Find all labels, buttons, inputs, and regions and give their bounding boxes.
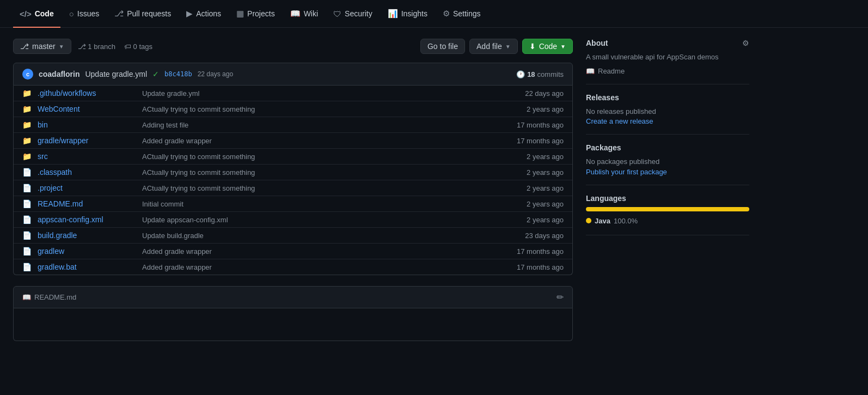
file-time: 2 years ago [527,184,564,192]
table-row: 📄appscan-config.xmlUpdate appscan-config… [14,212,572,228]
add-file-chevron-icon: ▼ [505,44,511,50]
releases-empty-text: No releases published [586,106,749,117]
action-buttons: Go to file Add file ▼ ⬇ Code ▼ [420,39,573,54]
branch-meta: ⎇ 1 branch 🏷 0 tags [78,42,152,51]
branch-count-link[interactable]: ⎇ 1 branch [78,42,115,51]
code-chevron-icon: ▼ [560,44,566,50]
file-name-link[interactable]: appscan-config.xml [38,215,136,224]
file-commit-message: ACtually trying to commit something [142,105,520,113]
nav-item-pull-requests[interactable]: ⎇ Pull requests [108,4,178,23]
add-file-button[interactable]: Add file ▼ [469,39,518,54]
nav-label-issues: Issues [77,9,99,18]
file-time: 2 years ago [527,153,564,161]
commit-hash-text: b8c418b [164,70,192,78]
main-layout: ⎇ master ▼ ⎇ 1 branch 🏷 0 tags Go [0,28,762,352]
table-row: 📁.github/workflowsUpdate gradle.yml22 da… [14,86,572,101]
nav-item-code[interactable]: </> Code [13,5,60,23]
file-time: 17 months ago [517,247,564,256]
file-commit-message: Update build.gradle [142,232,518,240]
file-icon: 📄 [22,247,31,256]
tags-count-link[interactable]: 🏷 0 tags [124,42,152,51]
commit-author-name: coadaflorin [39,70,80,78]
commit-check-icon: ✓ [152,70,159,78]
nav-item-actions[interactable]: ▶ Actions [180,4,228,23]
file-name-link[interactable]: .project [38,184,136,192]
file-commit-message: Added gradle wrapper [142,247,510,256]
file-commit-message: Adding test file [142,121,510,129]
packages-header: Packages [586,143,749,152]
publish-package-link[interactable]: Publish your first package [586,168,667,176]
file-name-link[interactable]: src [38,152,136,161]
file-name-link[interactable]: .classpath [38,168,136,177]
file-commit-message: Update gradle.yml [142,89,518,98]
go-to-file-button[interactable]: Go to file [420,39,465,54]
commit-author-link[interactable]: coadaflorin [39,70,80,78]
file-time: 2 years ago [527,168,564,177]
file-icon: 📄 [22,184,31,192]
languages-title: Languages [586,194,626,203]
tags-label: tags [139,42,152,51]
file-commit-message: ACtually trying to commit something [142,153,520,161]
packages-section: Packages No packages published Publish y… [586,135,749,185]
edit-readme-button[interactable]: ✏ [557,292,564,302]
about-description: A small vulnerable api for AppScan demos [586,52,749,63]
nav-item-security[interactable]: 🛡 Security [327,5,379,23]
nav-label-wiki: Wiki [304,9,318,18]
avatar-text: c [26,71,29,77]
nav-item-insights[interactable]: 📊 Insights [381,4,434,23]
readme-link-label: Readme [598,67,625,75]
settings-icon: ⚙ [443,9,450,19]
file-name-link[interactable]: bin [38,120,136,129]
file-name-link[interactable]: README.md [38,199,136,208]
file-commit-message: Added gradle wrapper [142,137,510,145]
nav-item-issues[interactable]: ○ Issues [63,5,106,23]
file-time: 2 years ago [527,105,564,113]
nav-item-wiki[interactable]: 📖 Wiki [284,4,325,23]
projects-icon: ▦ [236,9,244,19]
download-icon: ⬇ [529,42,536,51]
language-list: Java 100.0% [586,216,749,227]
file-name-link[interactable]: build.gradle [38,231,136,240]
commit-message-link[interactable]: Update gradle.yml [85,70,147,78]
file-time: 22 days ago [525,89,564,98]
folder-icon: 📁 [22,152,31,161]
history-label: commits [537,70,564,78]
table-row: 📁binAdding test file17 months ago [14,117,572,133]
java-color-dot [586,218,591,223]
about-settings-button[interactable]: ⚙ [742,39,749,47]
file-name-link[interactable]: gradlew [38,247,136,256]
commit-hash-link[interactable]: b8c418b [164,70,192,78]
file-commit-message: ACtually trying to commit something [142,168,520,177]
file-name-link[interactable]: .github/workflows [38,89,136,98]
file-icon: 📄 [22,168,31,177]
branch-selector[interactable]: ⎇ master ▼ [13,39,71,54]
commit-history: 🕐 18 commits [516,70,564,78]
packages-title: Packages [586,143,621,152]
table-row: 📄README.mdInitial commit2 years ago [14,196,572,212]
file-time: 23 days ago [525,232,564,240]
create-release-link[interactable]: Create a new release [586,117,653,125]
nav-item-projects[interactable]: ▦ Projects [230,4,282,23]
top-navigation: </> Code ○ Issues ⎇ Pull requests ▶ Acti… [0,0,868,28]
file-name-link[interactable]: WebContent [38,105,136,113]
nav-label-security: Security [345,9,372,18]
file-name-link[interactable]: gradlew.bat [38,263,136,271]
readme-link[interactable]: 📖 Readme [586,67,749,75]
code-button[interactable]: ⬇ Code ▼ [522,39,573,54]
file-commit-message: Added gradle wrapper [142,263,510,271]
table-row: 📄.projectACtually trying to commit somet… [14,180,572,196]
branch-icon: ⎇ [20,42,29,51]
languages-section: Languages Java 100.0% [586,185,749,236]
java-language-label: Java [595,216,610,227]
file-name-link[interactable]: gradle/wrapper [38,136,136,145]
nav-item-settings[interactable]: ⚙ Settings [436,4,487,23]
file-time: 17 months ago [517,137,564,145]
about-title: About [586,39,608,47]
history-count: 18 [527,70,535,78]
releases-header: Releases [586,93,749,102]
insights-icon: 📊 [388,9,398,19]
file-icon: 📄 [22,199,31,208]
file-commit-message: Initial commit [142,200,520,208]
book-icon: 📖 [586,67,595,75]
wiki-icon: 📖 [290,9,301,19]
